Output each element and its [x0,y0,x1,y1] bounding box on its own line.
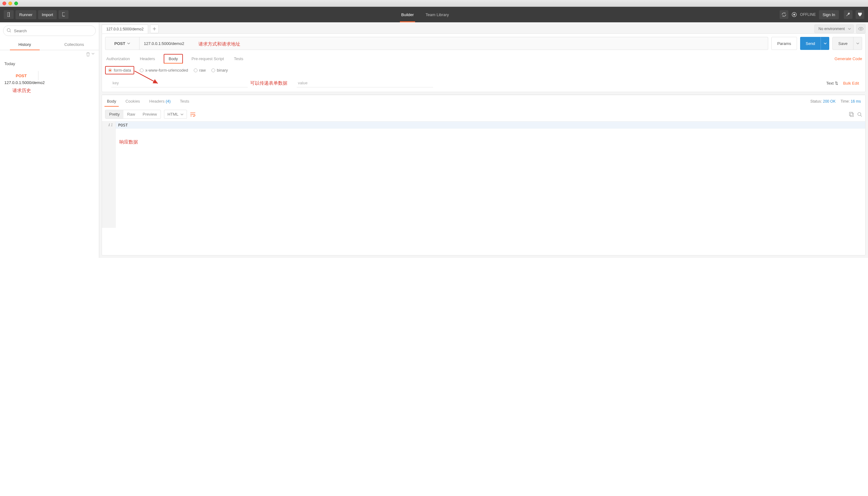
wrench-icon [846,12,851,17]
view-preview[interactable]: Preview [139,110,160,119]
url-value: 127.0.0.1:5000/demo2 [144,41,184,46]
wrap-lines-button[interactable] [190,112,196,117]
import-button[interactable]: Import [38,10,57,19]
request-subtabs: Authorization Headers Body Pre-request S… [102,52,865,65]
zoom-window-icon[interactable] [14,2,18,5]
history-item[interactable]: POST127.0.0.1:5000/demo2 [0,69,99,82]
response-code-line: ℹ 1 POST [102,121,865,129]
response-tab-headers[interactable]: Headers (4) [149,96,171,107]
response-headers-count: (4) [166,99,170,104]
svg-line-7 [10,31,11,32]
send-button[interactable]: Send [800,37,829,50]
send-dropdown[interactable] [821,37,829,50]
new-window-icon: + [62,12,65,17]
sidebar-tab-history[interactable]: History [0,39,50,50]
subtab-body[interactable]: Body [164,54,183,64]
save-label: Save [833,41,853,46]
window-titlebar [0,0,868,7]
response-body-area: 响应数据 [102,129,865,228]
subtab-prerequest[interactable]: Pre-request Script [190,54,226,64]
search-response-button[interactable] [857,112,862,117]
view-pretty[interactable]: Pretty [105,110,123,119]
svg-point-11 [858,112,861,115]
plus-icon [153,27,156,30]
formdata-key-input[interactable]: key [111,79,248,88]
annotation-formdata: 可以传递表单数据 [250,80,288,86]
eye-icon [858,27,864,31]
send-label: Send [800,41,821,46]
close-window-icon[interactable] [2,2,6,5]
environment-quicklook-button[interactable] [856,24,866,33]
settings-button[interactable] [844,10,852,19]
subtab-authorization[interactable]: Authorization [105,54,131,64]
add-tab-button[interactable] [150,25,159,33]
trash-dropdown[interactable] [91,52,95,57]
svg-rect-10 [849,112,852,115]
new-window-button[interactable]: + [59,10,68,19]
copy-icon [849,112,854,117]
svg-rect-0 [7,12,10,17]
body-type-radios: form-data x-www-form-urlencoded raw bina… [102,65,865,77]
body-type-urlencoded[interactable]: x-www-form-urlencoded [140,68,188,73]
svg-point-6 [7,29,10,32]
params-button[interactable]: Params [771,37,797,50]
search-input[interactable] [3,26,96,36]
response-tab-cookies[interactable]: Cookies [125,96,141,107]
view-raw[interactable]: Raw [123,110,139,119]
body-type-raw[interactable]: raw [194,68,206,73]
tab-builder[interactable]: Builder [400,7,415,22]
trash-icon [86,52,90,57]
environment-label: No environment [818,27,845,31]
response-time: Time: 16 ms [840,99,861,104]
minimize-window-icon[interactable] [9,2,12,5]
request-panel: POST 127.0.0.1:5000/demo2 请求方式和请求地址 Para… [102,33,866,92]
subtab-headers[interactable]: Headers [139,54,156,64]
url-input[interactable]: 127.0.0.1:5000/demo2 请求方式和请求地址 [140,41,768,46]
runner-button[interactable]: Runner [16,10,36,19]
body-type-formdata[interactable]: form-data [105,66,134,74]
method-select[interactable]: POST [105,37,140,50]
sync-button[interactable] [780,10,788,19]
subtab-tests[interactable]: Tests [232,54,244,64]
response-tab-tests[interactable]: Tests [179,96,190,107]
signin-button[interactable]: Sign In [819,10,839,19]
svg-rect-2 [62,12,65,16]
chevron-down-icon [856,42,859,45]
sync-icon [781,12,787,17]
request-tabstrip: 127.0.0.1:5000/demo2 No environment [99,22,868,33]
svg-rect-9 [850,113,853,117]
clear-history-button[interactable] [86,52,90,57]
content-area: 127.0.0.1:5000/demo2 No environment POST [99,22,868,258]
method-label: POST [114,41,125,46]
request-tab[interactable]: 127.0.0.1:5000/demo2 [102,25,148,33]
environment-select[interactable]: No environment [815,25,854,33]
tab-team-library[interactable]: Team Library [424,7,450,22]
chevron-down-icon [848,27,851,30]
favorite-button[interactable] [856,10,864,19]
copy-response-button[interactable] [849,112,854,117]
chevron-down-icon [91,52,95,55]
generate-code-link[interactable]: Generate Code [835,57,862,61]
bulk-edit-link[interactable]: Bulk Edit [843,81,859,86]
format-select[interactable]: HTML [164,110,187,119]
history-item-method: POST [4,71,38,80]
save-dropdown[interactable] [853,37,862,50]
formdata-value-input[interactable]: value [297,79,433,88]
heart-icon [857,12,863,17]
response-tab-body[interactable]: Body [106,96,117,107]
view-mode-segment: Pretty Raw Preview [105,110,161,119]
body-type-binary[interactable]: binary [212,68,228,73]
toggle-sidebar-button[interactable] [4,10,14,19]
line-gutter: ℹ 1 [102,122,115,129]
response-status: Status: 200 OK [810,99,835,104]
chevron-down-icon [127,42,130,45]
save-button[interactable]: Save [832,37,862,50]
annotation-history: 请求历史 [0,82,99,94]
search-icon [7,28,11,33]
response-view-options: Pretty Raw Preview HTML [102,107,865,121]
sync-status-icon [791,12,797,17]
formdata-type-select[interactable]: Text ⇅ [826,81,838,86]
formdata-row: key 可以传递表单数据 value Text ⇅ Bulk Edit [102,77,865,92]
annotation-request-line: 请求方式和请求地址 [198,41,240,47]
sidebar-tab-collections[interactable]: Collections [50,39,99,50]
